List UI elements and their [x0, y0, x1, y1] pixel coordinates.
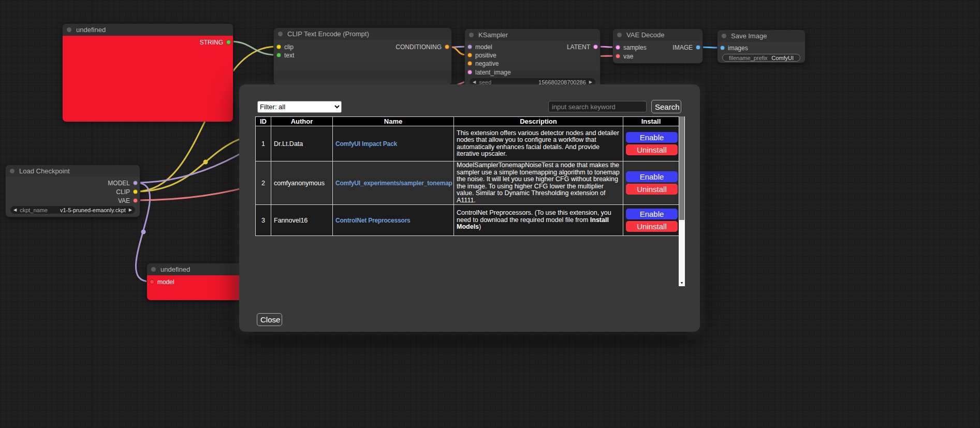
node-title-bar[interactable]: Load Checkpoint [6, 165, 140, 177]
error-node-body: model [147, 275, 247, 300]
output-slot-string[interactable] [226, 40, 231, 45]
ckpt-name-widget[interactable]: ◀ ckpt_name v1-5-pruned-emaonly.ckpt ▶ [10, 206, 135, 214]
collapse-dot-icon[interactable] [617, 33, 622, 37]
table-row: 3 Fannovel16 ControlNet Preprocessors Co… [256, 205, 679, 236]
node-undefined-top[interactable]: undefined STRING [62, 23, 233, 122]
graph-canvas[interactable]: undefined STRING CLIP Text Encode (Promp… [0, 0, 980, 428]
enable-button[interactable]: Enable [626, 209, 678, 219]
header-name: Name [333, 117, 454, 126]
output-slot-vae[interactable] [133, 198, 138, 203]
scroll-down-icon[interactable]: ▼ [679, 280, 685, 286]
node-title: KSampler [478, 31, 508, 39]
uninstall-button[interactable]: Uninstall [626, 184, 678, 195]
collapse-dot-icon[interactable] [10, 169, 14, 173]
input-label: positive [475, 52, 496, 59]
widget-label: filename_prefix [729, 55, 768, 61]
decrement-arrow-icon[interactable]: ◀ [473, 80, 476, 84]
close-button[interactable]: Close [257, 313, 282, 326]
link-midpoint-dot-clip[interactable] [203, 160, 208, 165]
input-label: images [728, 45, 748, 52]
increment-arrow-icon[interactable]: ▶ [129, 208, 132, 212]
input-label: negative [475, 60, 499, 67]
link-midpoint-dot-model[interactable] [141, 230, 146, 234]
node-title-bar[interactable]: Save Image [718, 30, 805, 42]
output-slot-image[interactable] [696, 45, 700, 50]
input-slot-vae[interactable] [616, 54, 620, 58]
table-row: 2 comfyanonymous ComfyUI_experiments/sam… [256, 161, 679, 205]
node-title-bar[interactable]: VAE Decode [613, 29, 703, 41]
extension-link[interactable]: ComfyUI_experiments/sampler_tonemap [335, 180, 452, 187]
node-title: undefined [160, 265, 190, 273]
search-input[interactable] [548, 101, 647, 112]
node-undefined-bottom[interactable]: undefined model [147, 263, 247, 300]
input-label: model [157, 278, 174, 286]
uninstall-button[interactable]: Uninstall [626, 144, 678, 155]
enable-button[interactable]: Enable [626, 132, 678, 143]
scrollbar-thumb[interactable] [679, 116, 684, 220]
node-title-bar[interactable]: undefined [147, 263, 247, 275]
output-label: LATENT [567, 43, 590, 51]
output-label: STRING [200, 39, 223, 46]
error-node-body: STRING [63, 36, 233, 122]
output-slot-clip[interactable] [133, 189, 138, 194]
extension-link[interactable]: ComfyUI Impact Pack [335, 140, 397, 147]
node-save-image[interactable]: Save Image images filename_prefix ComfyU… [717, 29, 806, 63]
widget-value: ComfyUI [771, 55, 794, 61]
input-slot-text[interactable] [276, 53, 281, 57]
cell-install: Enable Uninstall [623, 126, 679, 161]
output-slot-model[interactable] [133, 181, 138, 185]
cell-install: Enable Uninstall [623, 161, 679, 205]
node-load-checkpoint[interactable]: Load Checkpoint MODEL CLIP VAE ◀ ckpt_na… [5, 165, 140, 217]
input-slot-latent-image[interactable] [467, 70, 472, 75]
extension-link[interactable]: ControlNet Preprocessors [335, 217, 411, 224]
cell-id: 3 [256, 205, 271, 236]
collapse-dot-icon[interactable] [67, 27, 71, 32]
increment-arrow-icon[interactable]: ▶ [589, 80, 592, 84]
node-vae-decode[interactable]: VAE Decode samples vae IMAGE [612, 28, 703, 64]
input-slot-negative[interactable] [467, 61, 472, 66]
cell-description: ModelSamplerTonemapNoiseTest a node that… [454, 161, 623, 205]
node-title: Load Checkpoint [19, 167, 70, 175]
search-button[interactable]: Search [651, 100, 681, 113]
cell-id: 1 [256, 126, 271, 161]
filter-select[interactable]: Filter: all [257, 101, 342, 113]
cell-description: This extension offers various detector n… [454, 126, 623, 161]
uninstall-button[interactable]: Uninstall [626, 221, 678, 232]
output-slot-latent[interactable] [593, 45, 598, 49]
collapse-dot-icon[interactable] [469, 33, 474, 37]
input-label: latent_image [475, 69, 511, 76]
input-label: vae [623, 53, 633, 60]
node-title-bar[interactable]: CLIP Text Encode (Prompt) [274, 28, 451, 40]
link-string-to-text[interactable] [230, 41, 276, 55]
collapse-dot-icon[interactable] [278, 32, 283, 36]
cell-id: 2 [256, 161, 271, 205]
decrement-arrow-icon[interactable]: ◀ [13, 208, 17, 212]
header-install: Install [623, 117, 679, 126]
cell-author: Dr.Lt.Data [271, 126, 333, 161]
node-title: CLIP Text Encode (Prompt) [287, 30, 369, 38]
output-label: VAE [118, 197, 130, 204]
table-row: 1 Dr.Lt.Data ComfyUI Impact Pack This ex… [256, 126, 679, 161]
header-description: Description [454, 117, 623, 126]
input-label: text [284, 52, 294, 59]
node-title: VAE Decode [626, 31, 664, 39]
extension-table: ID Author Name Description Install 1 Dr.… [255, 116, 679, 236]
scrollbar[interactable]: ▼ [679, 116, 685, 286]
node-clip-text-encode[interactable]: CLIP Text Encode (Prompt) clip text COND… [273, 27, 452, 85]
input-slot-model[interactable] [150, 279, 154, 284]
node-ksampler[interactable]: KSampler model positive negative latent_… [464, 28, 601, 87]
output-slot-conditioning[interactable] [445, 45, 449, 49]
input-slot-images[interactable] [720, 46, 725, 50]
cell-name: ControlNet Preprocessors [333, 205, 454, 236]
cell-name: ComfyUI_experiments/sampler_tonemap [333, 161, 454, 205]
collapse-dot-icon[interactable] [722, 34, 726, 38]
node-title-bar[interactable]: KSampler [465, 29, 600, 41]
input-slot-positive[interactable] [467, 53, 472, 57]
filename-prefix-widget[interactable]: filename_prefix ComfyUI [722, 54, 800, 62]
enable-button[interactable]: Enable [626, 171, 678, 182]
cell-description: ControlNet Preprocessors. (To use this e… [454, 205, 623, 236]
node-title-bar[interactable]: undefined [63, 24, 233, 36]
cell-install: Enable Uninstall [623, 205, 679, 236]
output-label: CLIP [116, 188, 130, 196]
collapse-dot-icon[interactable] [151, 267, 156, 272]
